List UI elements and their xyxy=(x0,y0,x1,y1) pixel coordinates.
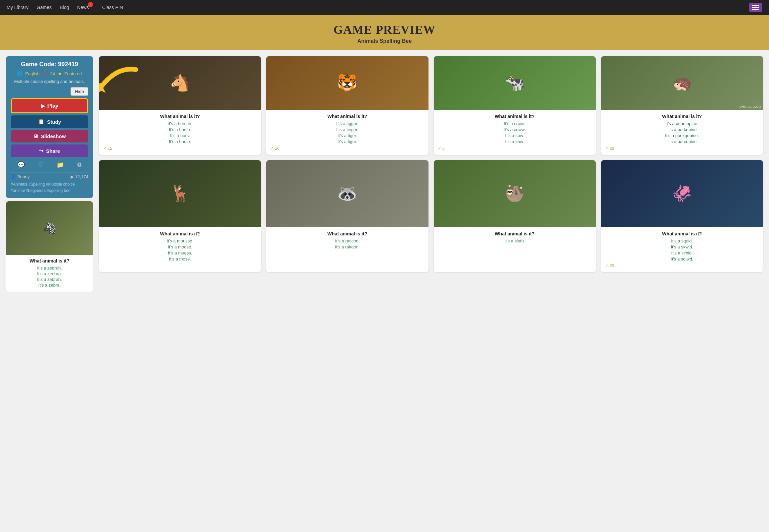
horse-card-body: What animal is it? It's a horsuh. It's a… xyxy=(99,110,261,155)
cow-count: 5 xyxy=(438,146,592,151)
horse-answer-2: It's a hors. xyxy=(103,133,257,138)
play-label: Play xyxy=(47,103,59,109)
squid-answer-0: It's a squid. xyxy=(605,238,759,243)
moose-answer-1: It's a moose. xyxy=(103,244,257,249)
nav-news[interactable]: News 1 xyxy=(77,5,89,10)
game-description: Multiple choice spelling and animals. xyxy=(11,79,88,84)
nav-blog[interactable]: Blog xyxy=(60,5,69,10)
nav-games[interactable]: Games xyxy=(36,5,52,10)
tiger-answer-3: It's a tigur. xyxy=(270,139,424,144)
page-title: Game Preview xyxy=(0,23,769,37)
porcupine-answer-3: It's a porcupine xyxy=(605,139,759,144)
star-icon: ★ xyxy=(58,71,62,76)
zebra-answer-1: It's a zeebra. xyxy=(10,271,89,276)
cow-image: 🐄 xyxy=(434,56,596,110)
tiger-card-body: What animal is it? It's a tigger. It's a… xyxy=(266,110,428,155)
zebra-card-body: What animal is it? It's a zebruh. It's a… xyxy=(6,255,93,292)
arrow-overlay xyxy=(99,63,142,103)
game-code-panel: Game Code: 992419 🌐 English ❓ 24 ★ Featu… xyxy=(6,56,93,198)
zebra-answer-0: It's a zebruh. xyxy=(10,265,89,271)
porcupine-answer-1: It's a porkupine xyxy=(605,127,759,132)
cow-answer-3: It's a kow. xyxy=(438,139,592,144)
author-row: 👤 Bonny ▶ 12,174 xyxy=(11,173,88,179)
horse-answer-3: It's a horse. xyxy=(103,139,257,144)
tags: #Animals #Spelling #Multiple choice #ani… xyxy=(11,181,88,194)
slideshow-icon: 🖥 xyxy=(33,133,38,139)
header-banner: Game Preview Animals Spelling Bee xyxy=(0,15,769,50)
tiger-answer-1: It's a tieger. xyxy=(270,127,424,132)
language-flag: 🌐 xyxy=(17,71,22,76)
comment-icon[interactable]: 💬 xyxy=(17,161,25,169)
main-content: Game Code: 992419 🌐 English ❓ 24 ★ Featu… xyxy=(0,50,769,292)
raccoon-card-body: What animal is it? It's a raccon. It's a… xyxy=(266,227,428,254)
card-count-value: 24 xyxy=(50,71,55,76)
study-button[interactable]: 📋 Study xyxy=(11,115,88,128)
squid-answer-1: It's a skwid. xyxy=(605,244,759,249)
porcupine-card: 🦔 OHMAGIF.COM What animal is it? It's a … xyxy=(601,56,763,155)
share-button[interactable]: ↪ Share xyxy=(11,144,88,157)
top-navigation: My Library Games Blog News 1 Class PIN xyxy=(0,0,769,15)
horse-question: What animal is it? xyxy=(103,114,257,119)
language-label: English xyxy=(25,71,39,76)
tiger-question: What animal is it? xyxy=(270,114,424,119)
cards-grid: 🐴 What animal is it? It's a horsuh. It's… xyxy=(99,56,763,272)
featured-label: Featured xyxy=(65,71,82,76)
sloth-question: What animal is it? xyxy=(438,231,592,236)
author-icon: 👤 xyxy=(11,174,16,179)
watermark: OHMAGIF.COM xyxy=(740,105,761,108)
horse-count: 15 xyxy=(103,146,257,151)
play-count: ▶ 12,174 xyxy=(71,174,88,179)
cow-answer-0: It's a cowe. xyxy=(438,121,592,126)
slideshow-label: Slideshow xyxy=(41,133,66,139)
tiger-answer-0: It's a tigger. xyxy=(270,121,424,126)
tiger-image: 🐯 xyxy=(266,56,428,110)
cow-card: 🐄 What animal is it? It's a cowe. It's a… xyxy=(434,56,596,155)
raccoon-answer-0: It's a raccon. xyxy=(270,238,424,243)
porcupine-image: 🦔 OHMAGIF.COM xyxy=(601,56,763,110)
play-icon: ▶ xyxy=(41,103,45,109)
raccoon-card: 🦝 What animal is it? It's a raccon. It's… xyxy=(266,160,428,272)
sidebar: Game Code: 992419 🌐 English ❓ 24 ★ Featu… xyxy=(6,56,93,292)
nav-my-library[interactable]: My Library xyxy=(7,5,28,10)
tiger-count: 20 xyxy=(270,146,424,151)
raccoon-image: 🦝 xyxy=(266,160,428,227)
cow-answer-2: It's a cow. xyxy=(438,133,592,138)
squid-answer-3: It's a sqiwd. xyxy=(605,256,759,261)
study-icon: 📋 xyxy=(38,119,44,125)
hamburger-menu-button[interactable] xyxy=(749,3,762,12)
slideshow-button[interactable]: 🖥 Slideshow xyxy=(11,130,88,142)
heart-icon[interactable]: ♡ xyxy=(38,161,43,169)
horse-card: 🐴 What animal is it? It's a horsuh. It's… xyxy=(99,56,261,155)
zebra-question: What animal is it? xyxy=(10,258,89,263)
moose-answer-3: It's a mose. xyxy=(103,256,257,261)
card-count-icon: ❓ xyxy=(42,71,47,76)
cow-question: What animal is it? xyxy=(438,114,592,119)
porcupine-answer-0: It's a pourcupine. xyxy=(605,121,759,126)
moose-card: 🦌 What animal is it? It's a mousse. It's… xyxy=(99,160,261,272)
play-button[interactable]: ▶ Play xyxy=(11,98,88,113)
squid-question: What animal is it? xyxy=(605,231,759,236)
tiger-answer-2: It's a tiger. xyxy=(270,133,424,138)
page-subtitle: Animals Spelling Bee xyxy=(0,38,769,44)
nav-class-pin[interactable]: Class PIN xyxy=(102,5,123,10)
hide-button[interactable]: Hide xyxy=(71,87,88,96)
squid-count: 20 xyxy=(605,263,759,268)
zebra-image: 🦓 xyxy=(6,201,93,255)
moose-answer-2: It's a muess. xyxy=(103,250,257,255)
author-name: 👤 Bonny xyxy=(11,174,30,179)
sloth-answer-0: It's a sloth. xyxy=(438,238,592,243)
raccoon-answer-1: It's a rakoon. xyxy=(270,244,424,249)
porcupine-answer-2: It's a poukqupine. xyxy=(605,133,759,138)
moose-card-body: What animal is it? It's a mousse. It's a… xyxy=(99,227,261,267)
folder-icon[interactable]: 📁 xyxy=(57,161,64,169)
sloth-card: 🦥 What animal is it? It's a sloth. xyxy=(434,160,596,272)
sloth-card-body: What animal is it? It's a sloth. xyxy=(434,227,596,248)
game-code-title: Game Code: 992419 xyxy=(11,61,88,68)
zebra-answer-3: It's a zebra. xyxy=(10,283,89,288)
copy-icon[interactable]: ⧉ xyxy=(77,161,82,169)
zebra-answer-2: It's a zebrah. xyxy=(10,277,89,282)
moose-question: What animal is it? xyxy=(103,231,257,236)
study-label: Study xyxy=(47,119,61,125)
horse-answer-0: It's a horsuh. xyxy=(103,121,257,126)
play-count-icon: ▶ xyxy=(71,174,74,179)
